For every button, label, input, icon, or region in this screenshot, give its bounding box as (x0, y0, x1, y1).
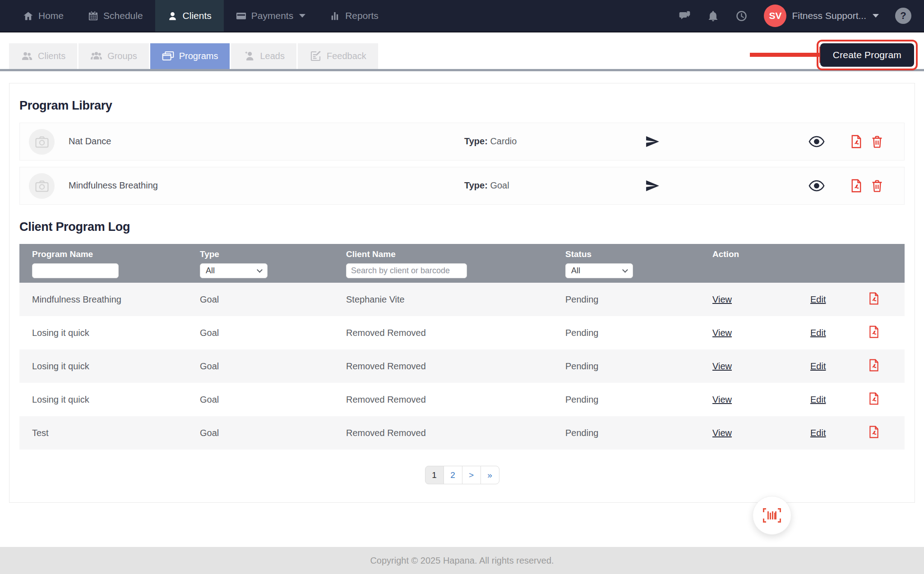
table-row: Losing it quick Goal Removed Removed Pen… (19, 383, 905, 416)
row-pdf-button[interactable] (868, 426, 880, 441)
row-pdf-button[interactable] (868, 392, 880, 407)
table-row: Test Goal Removed Removed Pending View E… (19, 416, 905, 450)
camera-placeholder-icon (34, 179, 50, 194)
tab-leads[interactable]: Leads (231, 43, 296, 69)
row-pdf-button[interactable] (868, 359, 880, 374)
pdf-file-icon (868, 392, 880, 405)
cell-type: Goal (200, 294, 346, 305)
tab-programs-label: Programs (179, 51, 218, 61)
column-type: Type All (200, 249, 346, 278)
preview-program-button[interactable] (808, 136, 825, 149)
view-link[interactable]: View (712, 361, 732, 371)
row-pdf-button[interactable] (868, 326, 880, 340)
view-link[interactable]: View (712, 328, 732, 338)
pdf-file-icon (850, 179, 863, 193)
messages-button[interactable] (679, 10, 691, 22)
top-nav-utilities: SV Fitness Support... ? (679, 0, 924, 32)
tab-clients-label: Clients (38, 51, 65, 61)
type-header: Type (200, 249, 346, 259)
status-header: Status (565, 249, 712, 259)
help-icon: ? (900, 10, 906, 22)
table-row: Losing it quick Goal Removed Removed Pen… (19, 349, 905, 383)
page-1-button[interactable]: 1 (425, 466, 444, 484)
account-caret-icon (873, 14, 879, 18)
view-link[interactable]: View (712, 294, 732, 304)
preview-program-button[interactable] (808, 180, 825, 193)
page-2-button[interactable]: 2 (444, 466, 462, 484)
client-program-log-title: Client Program Log (19, 220, 905, 234)
cell-status: Pending (565, 428, 712, 438)
avatar: SV (764, 5, 786, 27)
history-button[interactable] (735, 10, 748, 22)
program-name-filter-input[interactable] (32, 263, 119, 278)
send-program-button[interactable] (645, 134, 660, 151)
edit-link[interactable]: Edit (810, 361, 826, 371)
nav-payments[interactable]: Payments (224, 0, 318, 32)
type-filter-select[interactable]: All (200, 263, 268, 278)
edit-link[interactable]: Edit (810, 395, 826, 404)
groups-tab-icon (90, 50, 102, 62)
program-name: Nat Dance (69, 136, 111, 147)
pdf-file-icon (868, 292, 880, 305)
delete-program-button[interactable] (871, 135, 883, 150)
cell-client: Removed Removed (346, 428, 565, 438)
copyright-text: Copyright © 2025 Hapana. All rights rese… (370, 556, 554, 566)
main-menu: Home Schedule Clients Payments Reports (0, 0, 391, 32)
action-header: Action (712, 249, 905, 259)
cell-type: Goal (200, 395, 346, 405)
program-pdf-button[interactable] (850, 179, 863, 194)
pdf-file-icon (868, 326, 880, 338)
pdf-file-icon (868, 359, 880, 372)
table-row: Losing it quick Goal Removed Removed Pen… (19, 316, 905, 349)
chevron-down-icon (622, 267, 628, 273)
nav-schedule[interactable]: Schedule (76, 0, 155, 32)
programs-tab-icon (162, 50, 174, 62)
cell-program: Test (32, 428, 200, 438)
tab-feedback[interactable]: Feedback (298, 43, 378, 69)
cell-client: Removed Removed (346, 328, 565, 338)
client-program-log-table: Program Name Type All Client Name Status (19, 244, 905, 450)
sub-tabs: Clients Groups Programs Leads Feedback (0, 43, 924, 71)
tab-clients[interactable]: Clients (9, 43, 77, 69)
pdf-file-icon (868, 426, 880, 438)
barcode-scan-fab[interactable] (753, 496, 791, 535)
content-card: Program Library Nat Dance Type: Cardio (9, 83, 915, 503)
chevron-down-icon (257, 267, 263, 273)
next-page-button[interactable]: > (462, 466, 481, 484)
program-pdf-button[interactable] (850, 135, 863, 150)
library-row: Nat Dance Type: Cardio (19, 123, 905, 161)
cell-type: Goal (200, 361, 346, 372)
nav-clients[interactable]: Clients (155, 0, 224, 32)
cell-action: View Edit (712, 359, 905, 374)
column-program-name: Program Name (32, 249, 200, 278)
clock-icon (735, 10, 748, 22)
pdf-file-icon (850, 135, 863, 148)
feedback-tab-icon (310, 50, 322, 62)
client-search-input[interactable] (346, 263, 467, 278)
cell-type: Goal (200, 328, 346, 338)
account-name: Fitness Support... (792, 10, 866, 21)
status-filter-select[interactable]: All (565, 263, 633, 278)
tab-groups[interactable]: Groups (79, 43, 149, 69)
account-menu[interactable]: SV Fitness Support... (764, 5, 879, 27)
notifications-button[interactable] (707, 10, 719, 22)
view-link[interactable]: View (712, 395, 732, 404)
edit-link[interactable]: Edit (810, 294, 826, 304)
last-page-button[interactable]: » (480, 466, 499, 484)
help-button[interactable]: ? (895, 8, 911, 24)
trash-icon (871, 135, 883, 148)
nav-home[interactable]: Home (11, 0, 76, 32)
delete-program-button[interactable] (871, 179, 883, 194)
nav-reports[interactable]: Reports (318, 0, 391, 32)
send-program-button[interactable] (645, 178, 660, 195)
view-link[interactable]: View (712, 428, 732, 438)
cell-status: Pending (565, 294, 712, 305)
create-program-button[interactable]: Create Program (820, 43, 914, 67)
cell-program: Losing it quick (32, 395, 200, 405)
tab-programs[interactable]: Programs (150, 43, 230, 69)
tab-feedback-label: Feedback (327, 51, 366, 61)
row-pdf-button[interactable] (868, 292, 880, 307)
edit-link[interactable]: Edit (810, 328, 826, 338)
barcode-icon (762, 508, 781, 523)
edit-link[interactable]: Edit (810, 428, 826, 438)
